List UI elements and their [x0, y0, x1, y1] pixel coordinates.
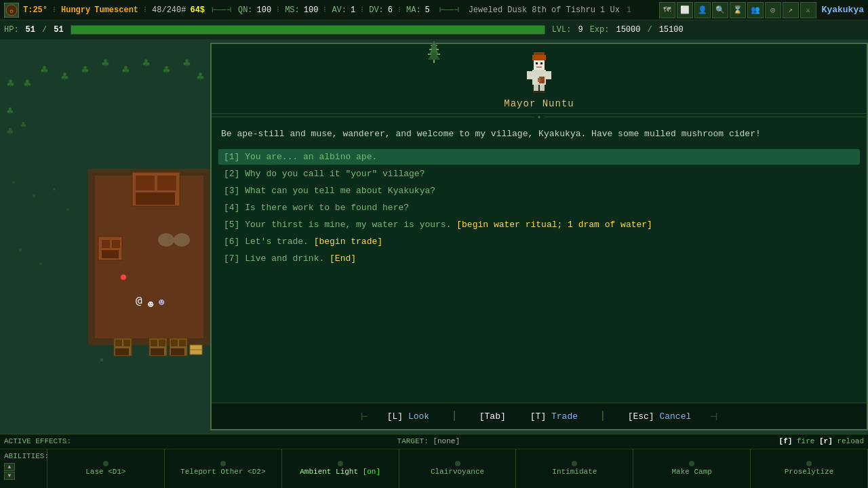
ability-slot-5[interactable]: Intimidate: [516, 449, 633, 488]
map-icon[interactable]: 🗺: [659, 2, 675, 18]
choice-key-7: [7]: [224, 253, 245, 264]
svg-rect-8: [157, 176, 176, 190]
top-status-bar: ☼ T:25° ⁝ Hungry Tumescent ⁝ 48/240# 64$…: [0, 0, 868, 20]
sep4: ⁝: [277, 5, 279, 15]
dialogue-choices: [1] You are... an albino ape.[2] Why do …: [212, 146, 867, 403]
arrow-icon[interactable]: ↗: [783, 2, 799, 18]
ability-slot-inner-3: Ambient Light [on]: [300, 461, 380, 476]
svg-rect-43: [171, 340, 178, 346]
svg-text:♣: ♣: [24, 76, 31, 90]
ability-slot-2[interactable]: Teleport Other <D2>: [165, 449, 282, 488]
trade-button[interactable]: [T] Trade: [525, 410, 583, 423]
ability-slot-inner-4: Clairvoyance: [431, 461, 484, 476]
svg-rect-48: [100, 359, 103, 361]
svg-rect-36: [123, 340, 130, 346]
sep2: ⁝: [144, 5, 146, 15]
qn-label: QN:: [238, 5, 253, 15]
trade-key: [T]: [530, 411, 546, 422]
svg-text:☻: ☻: [148, 299, 154, 310]
abilities-label-area: ABILITIES: ▲ ▼: [0, 449, 47, 488]
svg-text:♣: ♣: [122, 62, 130, 77]
map-svg: ♣ ♣ ♣ ♣ ♣ ♣ ♣ ♣ ♣ ♣ ♣ ♣ ♣ ♣ @ ☻ ☻: [0, 39, 210, 434]
svg-text:☻: ☻: [159, 297, 165, 308]
choice-key-4: [4]: [224, 203, 245, 213]
target-label: TARGET:: [397, 437, 429, 445]
svg-rect-76: [527, 71, 532, 79]
ability-slot-1[interactable]: Lase <D1>: [47, 449, 165, 488]
ability-scroll-down[interactable]: ▼: [4, 472, 15, 480]
look-key: [L]: [387, 411, 403, 422]
svg-point-54: [19, 249, 22, 251]
sword-icon[interactable]: ⚔: [800, 2, 816, 18]
ability-slot-inner-2: Teleport Other <D2>: [180, 461, 265, 476]
compass-icon[interactable]: ◎: [765, 2, 781, 18]
hp-separator: /: [42, 25, 47, 35]
trade-label: Trade: [551, 411, 578, 422]
ability-scroll-up[interactable]: ▲: [4, 463, 15, 471]
svg-rect-83: [538, 78, 540, 82]
reload-label: reload: [837, 437, 864, 445]
ability-circle-4: [455, 461, 460, 466]
svg-point-50: [12, 181, 15, 184]
tab-button[interactable]: [Tab]: [474, 410, 511, 423]
svg-rect-78: [534, 85, 538, 92]
inventory-icon[interactable]: ⬜: [677, 2, 693, 18]
qn-val: 100: [257, 5, 272, 15]
hourglass-icon[interactable]: ⌛: [730, 2, 746, 18]
ability-name-6: Make Camp: [672, 468, 712, 476]
av-val: 1: [351, 5, 355, 15]
date-display: Jeweled Dusk 8th of Tishru i Ux: [469, 5, 620, 15]
svg-rect-45: [171, 348, 184, 355]
cancel-label: Cancel: [659, 411, 691, 422]
ability-slot-6[interactable]: Make Camp: [633, 449, 751, 488]
dialogue-choice-3[interactable]: [3] What can you tell me about Kyakukya?: [218, 183, 860, 199]
ability-arrows: ▲ ▼: [4, 463, 15, 480]
lvl-value: 9: [578, 25, 583, 35]
svg-rect-80: [533, 91, 538, 93]
svg-text:♣: ♣: [7, 104, 14, 117]
ability-name-5: Intimidate: [552, 468, 597, 476]
char-icon[interactable]: 👤: [694, 2, 711, 18]
choice-action-5: [begin water ritual; 1 dram of water]: [451, 220, 652, 230]
hp-progress-bar-container: [71, 25, 545, 35]
look-label: Look: [408, 411, 429, 422]
cancel-button[interactable]: [Esc] Cancel: [623, 410, 697, 423]
ability-circle-5: [572, 461, 577, 466]
status-hungry: Hungry: [61, 5, 90, 15]
svg-rect-39: [151, 340, 157, 346]
svg-text:♣: ♣: [142, 56, 150, 70]
ability-slot-inner-6: Make Camp: [672, 461, 712, 476]
svg-rect-44: [179, 340, 186, 346]
ability-slot-4[interactable]: Clairvoyance: [399, 449, 517, 488]
svg-text:♣: ♣: [81, 62, 89, 77]
person-icon[interactable]: 👥: [747, 2, 764, 18]
svg-rect-40: [159, 340, 165, 346]
ability-circle-6: [689, 461, 694, 466]
ability-name-1: Lase <D1>: [85, 468, 125, 476]
ability-circle-3: [338, 461, 343, 466]
dialogue-separator: ⬥: [212, 114, 867, 119]
choice-text-5: Your thirst is mine, my water is yours.: [245, 220, 451, 230]
look-button[interactable]: [L] Look: [382, 410, 435, 423]
npc-sprite: [520, 51, 558, 94]
svg-text:♣: ♣: [41, 62, 48, 77]
dialogue-choice-2[interactable]: [2] Why do you call it "your" village?: [218, 166, 860, 182]
search-icon[interactable]: 🔍: [712, 2, 728, 18]
dialogue-choice-5[interactable]: [5] Your thirst is mine, my water is you…: [218, 217, 860, 232]
svg-text:♣: ♣: [7, 76, 14, 90]
svg-point-15: [174, 233, 190, 247]
choice-action-6: [begin trade]: [309, 237, 382, 247]
ma-val: 5: [425, 5, 430, 15]
dialogue-choice-4[interactable]: [4] Is there work to be found here?: [218, 200, 860, 216]
ability-circle-2: [220, 461, 226, 466]
ability-slot-3[interactable]: Ambient Light [on]: [282, 449, 399, 488]
svg-rect-7: [136, 176, 155, 190]
ability-slot-7[interactable]: Proselytize: [751, 449, 868, 488]
dialogue-choice-1[interactable]: [1] You are... an albino ape.: [218, 149, 860, 165]
dialogue-choice-6[interactable]: [6] Let's trade. [begin trade]: [218, 234, 860, 249]
svg-rect-77: [546, 71, 551, 79]
ability-slot-inner-7: Proselytize: [785, 461, 834, 476]
ms-label: MS:: [285, 5, 300, 15]
abilities-label: ABILITIES:: [4, 452, 49, 460]
dialogue-choice-7[interactable]: [7] Live and drink. [End]: [218, 251, 860, 266]
